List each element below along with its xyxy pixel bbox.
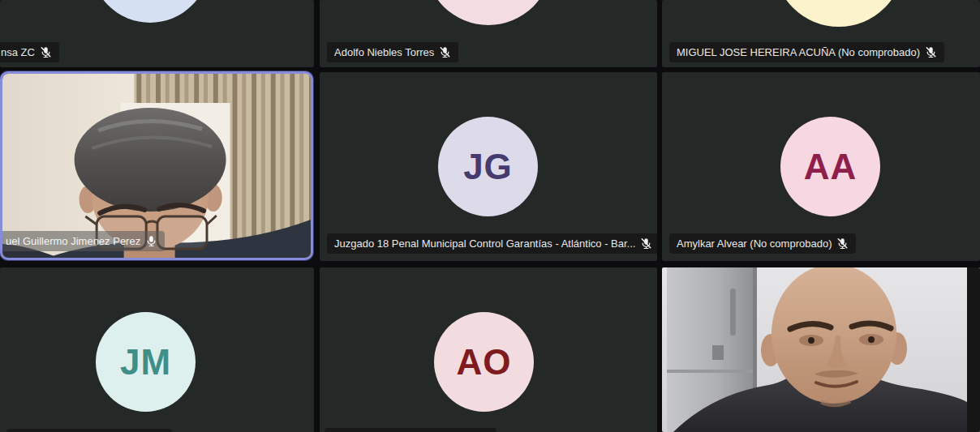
participant-name-label: Juzgado 18 Penal Municipal Control Garan… [327,233,657,254]
avatar-initials: JM [120,342,171,383]
participant-tile-middle-right[interactable]: AA Amylkar Alvear (No comprobado) [662,72,980,261]
avatar-initials: AO [457,342,512,383]
participant-name: nsa ZC [1,46,35,58]
avatar-initials: AA [804,147,858,187]
participant-name-label-cut [325,428,496,432]
avatar-circle: AO [434,312,534,412]
participant-tile-top-center[interactable]: Adolfo Niebles Torres [320,0,657,67]
participant-tile-top-left[interactable]: nsa ZC [0,0,314,67]
video-edge-shadow [967,267,980,432]
participant-name-label: Adolfo Niebles Torres [327,42,458,62]
muted-mic-icon [925,46,937,58]
video-feed [2,74,311,258]
avatar-initials: JG [463,147,513,187]
participant-name: Amylkar Alvear (No comprobado) [677,237,832,250]
video-feed [662,267,980,432]
participant-name: uel Guillermo Jimenez Perez [6,235,140,247]
participant-tile-middle-center[interactable]: JG Juzgado 18 Penal Municipal Control Ga… [320,72,657,261]
participant-tile-bottom-center[interactable]: AO [320,267,657,432]
participant-name-label: Amylkar Alvear (No comprobado) [669,233,856,254]
participant-name-label: nsa ZC [0,42,59,62]
muted-mic-icon [836,237,849,250]
avatar-circle [425,0,552,25]
muted-mic-icon [40,46,52,58]
participant-name: Adolfo Niebles Torres [334,46,434,58]
participant-tile-middle-left-active-speaker[interactable]: uel Guillermo Jimenez Perez [0,71,313,260]
participant-name-label: uel Guillermo Jimenez Perez [0,231,165,251]
participant-name-label: MIGUEL JOSE HEREIRA ACUÑA (No comprobado… [669,42,944,62]
participant-name-label-cut [6,429,172,432]
avatar-circle: JM [96,312,196,412]
avatar-circle: AA [780,117,880,216]
participant-tile-top-right[interactable]: MIGUEL JOSE HEREIRA ACUÑA (No comprobado… [662,0,980,67]
meeting-gallery: nsa ZC Adolfo Niebles Torres [0,0,980,432]
muted-mic-icon [640,237,652,250]
participant-name: Juzgado 18 Penal Municipal Control Garan… [334,237,635,250]
participant-tile-bottom-right[interactable] [662,267,980,432]
avatar-circle [91,0,209,23]
active-mic-icon [145,235,157,247]
avatar-circle [774,0,904,27]
participant-name: MIGUEL JOSE HEREIRA ACUÑA (No comprobado… [677,46,920,58]
muted-mic-icon [439,46,451,58]
participant-tile-bottom-left[interactable]: JM [0,267,314,432]
avatar-circle: JG [438,117,538,216]
